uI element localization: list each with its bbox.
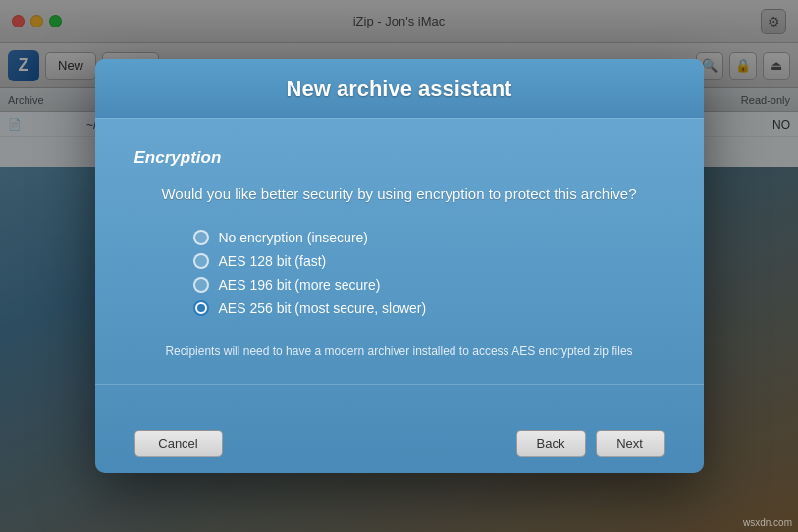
radio-aes-196[interactable]: AES 196 bit (more secure) xyxy=(193,277,665,293)
note-text: Recipients will need to have a modern ar… xyxy=(134,344,665,360)
radio-circle-no-encryption[interactable] xyxy=(193,230,209,245)
radio-no-encryption[interactable]: No encryption (insecure) xyxy=(193,230,665,245)
radio-circle-aes-256[interactable] xyxy=(193,300,209,316)
radio-label-aes-196: AES 196 bit (more secure) xyxy=(219,277,381,293)
cancel-button[interactable]: Cancel xyxy=(134,430,223,457)
back-button[interactable]: Back xyxy=(516,430,586,457)
modal-dialog: New archive assistant Encryption Would y… xyxy=(95,59,704,472)
radio-circle-aes-196[interactable] xyxy=(193,277,209,293)
radio-circle-aes-128[interactable] xyxy=(193,253,209,269)
modal-title: New archive assistant xyxy=(287,77,512,101)
radio-label-no-encryption: No encryption (insecure) xyxy=(219,230,369,245)
radio-label-aes-256: AES 256 bit (most secure, slower) xyxy=(219,300,427,316)
encryption-options: No encryption (insecure) AES 128 bit (fa… xyxy=(193,230,665,316)
radio-aes-256[interactable]: AES 256 bit (most secure, slower) xyxy=(193,300,665,316)
modal-footer: Cancel Back Next xyxy=(95,414,704,473)
radio-aes-128[interactable]: AES 128 bit (fast) xyxy=(193,253,665,269)
modal-overlay: New archive assistant Encryption Would y… xyxy=(0,0,798,532)
next-button[interactable]: Next xyxy=(596,430,665,457)
modal-header: New archive assistant xyxy=(95,59,704,119)
question-text: Would you like better security by using … xyxy=(134,184,665,206)
footer-right-buttons: Back Next xyxy=(516,430,665,457)
modal-body: Encryption Would you like better securit… xyxy=(95,119,704,413)
radio-label-aes-128: AES 128 bit (fast) xyxy=(219,253,327,269)
watermark: wsxdn.com xyxy=(743,517,792,528)
section-title: Encryption xyxy=(134,148,665,168)
modal-separator xyxy=(95,384,704,385)
